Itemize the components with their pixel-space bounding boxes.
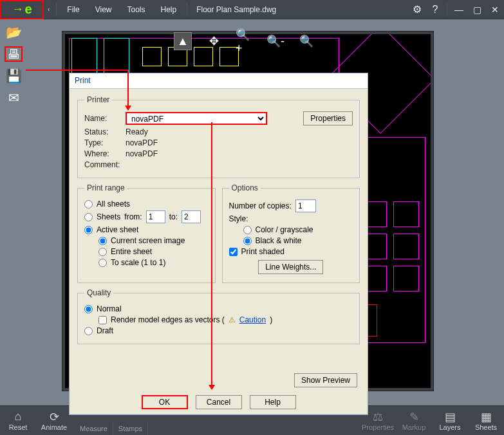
to-scale-radio[interactable] bbox=[98, 259, 107, 267]
printer-legend: Printer bbox=[84, 95, 112, 104]
zoom-extents-icon[interactable]: 🔍 bbox=[297, 32, 315, 50]
quality-group: Quality Normal Render model edges as vec… bbox=[77, 288, 360, 344]
chevron-left-icon[interactable]: ‹ bbox=[44, 6, 53, 13]
reset-button[interactable]: ⌂Reset bbox=[0, 410, 36, 432]
caution-link[interactable]: Caution bbox=[239, 315, 266, 324]
maximize-button[interactable]: ▢ bbox=[468, 5, 486, 15]
menu-help[interactable]: Help bbox=[153, 0, 185, 19]
range-legend: Print range bbox=[84, 183, 127, 192]
print-shaded-checkbox[interactable] bbox=[229, 248, 238, 256]
app-logo[interactable]: → e bbox=[0, 0, 44, 19]
entire-sheet-label: Entire sheet bbox=[111, 247, 152, 256]
render-vectors-close: ) bbox=[270, 315, 272, 324]
layers-panel-button[interactable]: ▤Layers bbox=[432, 410, 468, 432]
printer-name-select[interactable]: novaPDF bbox=[126, 112, 267, 125]
options-legend: Options bbox=[229, 183, 261, 192]
warning-icon: ⚠ bbox=[229, 315, 236, 324]
normal-label: Normal bbox=[97, 304, 122, 313]
tab-measure[interactable]: Measure bbox=[75, 422, 113, 435]
separator bbox=[187, 3, 187, 16]
markup-panel-button: ✎Markup bbox=[396, 410, 432, 432]
zoom-out-icon[interactable]: 🔍- bbox=[266, 32, 285, 50]
to-label: to: bbox=[169, 212, 178, 221]
menu-view[interactable]: View bbox=[88, 0, 120, 19]
animate-button[interactable]: ⟳Animate bbox=[36, 410, 72, 432]
ok-button[interactable]: OK bbox=[142, 395, 188, 409]
current-screen-radio[interactable] bbox=[98, 237, 107, 245]
dialog-buttons: OK Cancel Help bbox=[70, 395, 368, 409]
where-label: Where: bbox=[84, 149, 122, 158]
to-scale-label: To scale (1 to 1) bbox=[111, 258, 165, 267]
open-file-icon[interactable]: 📂 bbox=[5, 24, 23, 40]
sheets-panel-button[interactable]: ▦Sheets bbox=[468, 410, 504, 432]
help-icon[interactable]: ? bbox=[426, 4, 444, 15]
cursor-icon[interactable]: ▲ bbox=[174, 32, 192, 50]
home-icon: ⌂ bbox=[0, 410, 36, 423]
mail-icon[interactable]: ✉ bbox=[5, 90, 23, 106]
tab-stamps[interactable]: Stamps bbox=[113, 422, 148, 435]
type-value: novaPDF bbox=[126, 138, 158, 147]
cancel-button[interactable]: Cancel bbox=[196, 395, 242, 409]
sheets-label: Sheets bbox=[97, 212, 120, 221]
options-group: Options Number of copies: Style: Color /… bbox=[222, 183, 360, 283]
color-radio[interactable] bbox=[243, 226, 252, 234]
minimize-button[interactable]: — bbox=[450, 5, 468, 15]
color-label: Color / grayscale bbox=[256, 225, 313, 234]
active-sheet-radio[interactable] bbox=[84, 226, 93, 234]
from-field[interactable] bbox=[146, 210, 165, 223]
sheets-radio[interactable] bbox=[84, 213, 93, 221]
where-value: novaPDF bbox=[126, 149, 158, 158]
quality-legend: Quality bbox=[84, 288, 113, 297]
name-label: Name: bbox=[84, 114, 122, 123]
pencil-icon: ✎ bbox=[396, 410, 432, 423]
zoom-in-icon[interactable]: 🔍+ bbox=[236, 32, 254, 50]
save-icon[interactable]: 💾 bbox=[5, 68, 23, 84]
style-label: Style: bbox=[229, 214, 248, 223]
bw-radio[interactable] bbox=[243, 237, 252, 245]
copies-field[interactable] bbox=[295, 199, 316, 212]
menu-tools[interactable]: Tools bbox=[119, 0, 153, 19]
document-title: Floor Plan Sample.dwg bbox=[190, 5, 283, 14]
current-screen-label: Current screen image bbox=[111, 236, 185, 245]
logo-letter: e bbox=[24, 2, 32, 17]
status-value: Ready bbox=[126, 127, 148, 136]
properties-button[interactable]: Properties bbox=[303, 111, 353, 125]
left-toolbar: 📂 🖶 💾 ✉ bbox=[0, 19, 27, 106]
layers-icon: ▤ bbox=[432, 410, 468, 423]
render-vectors-checkbox[interactable] bbox=[98, 316, 107, 324]
menu-file[interactable]: File bbox=[59, 0, 87, 19]
status-label: Status: bbox=[84, 127, 122, 136]
print-dialog: Print Printer Name: novaPDF Properties S… bbox=[69, 73, 368, 415]
separator bbox=[56, 3, 57, 16]
active-sheet-label: Active sheet bbox=[97, 225, 138, 234]
bw-label: Black & white bbox=[256, 236, 302, 245]
draft-radio[interactable] bbox=[84, 327, 93, 335]
comment-label: Comment: bbox=[84, 160, 122, 169]
logo-arrow-icon: → bbox=[12, 3, 23, 16]
copies-label: Number of copies: bbox=[229, 201, 292, 210]
viewport-toolbar: ▲ ✥ 🔍+ 🔍- 🔍 bbox=[174, 32, 315, 50]
help-button[interactable]: Help bbox=[250, 395, 296, 409]
to-field[interactable] bbox=[182, 210, 201, 223]
print-icon[interactable]: 🖶 bbox=[5, 46, 23, 62]
print-range-group: Print range All sheets Sheets from: to: … bbox=[77, 183, 216, 283]
draft-label: Draft bbox=[97, 326, 113, 335]
normal-radio[interactable] bbox=[84, 305, 93, 313]
type-label: Type: bbox=[84, 138, 122, 147]
show-preview-button[interactable]: Show Preview bbox=[294, 373, 357, 387]
dialog-title: Print bbox=[70, 73, 368, 89]
close-button[interactable]: ✕ bbox=[486, 5, 504, 15]
render-vectors-label: Render model edges as vectors ( bbox=[111, 315, 225, 324]
entire-sheet-radio[interactable] bbox=[98, 248, 107, 256]
gear-icon[interactable]: ⚙ bbox=[408, 3, 426, 15]
all-sheets-radio[interactable] bbox=[84, 200, 93, 208]
pan-icon[interactable]: ✥ bbox=[205, 32, 223, 50]
printer-group: Printer Name: novaPDF Properties Status:… bbox=[77, 95, 360, 178]
all-sheets-label: All sheets bbox=[97, 199, 130, 208]
print-shaded-label: Print shaded bbox=[241, 247, 285, 256]
from-label: from: bbox=[124, 212, 142, 221]
refresh-icon: ⟳ bbox=[36, 410, 72, 423]
separator bbox=[447, 3, 447, 16]
sheets-icon: ▦ bbox=[468, 410, 504, 423]
line-weights-button[interactable]: Line Weights... bbox=[258, 260, 323, 274]
